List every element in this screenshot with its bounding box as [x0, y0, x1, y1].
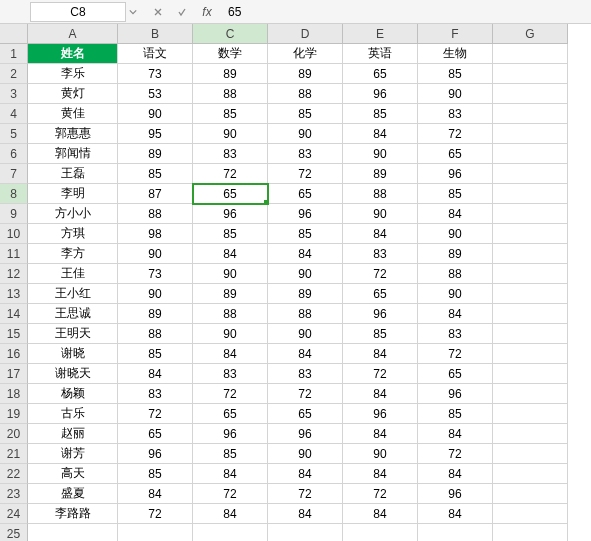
cell-C24[interactable]: 84 [193, 504, 268, 524]
cell-B17[interactable]: 84 [118, 364, 193, 384]
cell-E17[interactable]: 72 [343, 364, 418, 384]
cell-D20[interactable]: 96 [268, 424, 343, 444]
cell-E7[interactable]: 89 [343, 164, 418, 184]
cell-A10[interactable]: 方琪 [28, 224, 118, 244]
row-header-15[interactable]: 15 [0, 324, 28, 344]
cell-F23[interactable]: 96 [418, 484, 493, 504]
cell-B9[interactable]: 88 [118, 204, 193, 224]
cell-E2[interactable]: 65 [343, 64, 418, 84]
cell-E18[interactable]: 84 [343, 384, 418, 404]
cell-G8[interactable] [493, 184, 568, 204]
cell-F21[interactable]: 72 [418, 444, 493, 464]
cell-D6[interactable]: 83 [268, 144, 343, 164]
confirm-icon[interactable] [174, 7, 190, 17]
cell-B7[interactable]: 85 [118, 164, 193, 184]
cell-E20[interactable]: 84 [343, 424, 418, 444]
cell-G1[interactable] [493, 44, 568, 64]
cell-B22[interactable]: 85 [118, 464, 193, 484]
cell-C9[interactable]: 96 [193, 204, 268, 224]
cell-E6[interactable]: 90 [343, 144, 418, 164]
cell-B12[interactable]: 73 [118, 264, 193, 284]
column-header-D[interactable]: D [268, 24, 343, 44]
cell-A9[interactable]: 方小小 [28, 204, 118, 224]
cell-C7[interactable]: 72 [193, 164, 268, 184]
cell-B21[interactable]: 96 [118, 444, 193, 464]
cancel-icon[interactable] [150, 7, 166, 17]
cell-F19[interactable]: 85 [418, 404, 493, 424]
cell-C16[interactable]: 84 [193, 344, 268, 364]
row-header-20[interactable]: 20 [0, 424, 28, 444]
cell-A22[interactable]: 高天 [28, 464, 118, 484]
cell-F10[interactable]: 90 [418, 224, 493, 244]
cell-F3[interactable]: 90 [418, 84, 493, 104]
cell-F8[interactable]: 85 [418, 184, 493, 204]
row-header-25[interactable]: 25 [0, 524, 28, 541]
cell-A23[interactable]: 盛夏 [28, 484, 118, 504]
row-header-18[interactable]: 18 [0, 384, 28, 404]
cell-F16[interactable]: 72 [418, 344, 493, 364]
cell-G17[interactable] [493, 364, 568, 384]
row-header-7[interactable]: 7 [0, 164, 28, 184]
cell-G2[interactable] [493, 64, 568, 84]
spreadsheet-grid[interactable]: ABCDEFG1姓名语文数学化学英语生物2李乐73898965853黄灯5388… [0, 24, 591, 541]
cell-D1[interactable]: 化学 [268, 44, 343, 64]
cell-F20[interactable]: 84 [418, 424, 493, 444]
cell-B18[interactable]: 83 [118, 384, 193, 404]
cell-A3[interactable]: 黄灯 [28, 84, 118, 104]
column-header-G[interactable]: G [493, 24, 568, 44]
cell-G23[interactable] [493, 484, 568, 504]
row-header-19[interactable]: 19 [0, 404, 28, 424]
cell-G3[interactable] [493, 84, 568, 104]
cell-A13[interactable]: 王小红 [28, 284, 118, 304]
cell-E25[interactable] [343, 524, 418, 541]
row-header-5[interactable]: 5 [0, 124, 28, 144]
cell-E15[interactable]: 85 [343, 324, 418, 344]
cell-C12[interactable]: 90 [193, 264, 268, 284]
cell-B19[interactable]: 72 [118, 404, 193, 424]
cell-E16[interactable]: 84 [343, 344, 418, 364]
row-header-6[interactable]: 6 [0, 144, 28, 164]
cell-A17[interactable]: 谢晓天 [28, 364, 118, 384]
cell-A1[interactable]: 姓名 [28, 44, 118, 64]
cell-D12[interactable]: 90 [268, 264, 343, 284]
cell-F25[interactable] [418, 524, 493, 541]
cell-E5[interactable]: 84 [343, 124, 418, 144]
cell-C14[interactable]: 88 [193, 304, 268, 324]
column-header-F[interactable]: F [418, 24, 493, 44]
fx-label[interactable]: fx [198, 5, 216, 19]
cell-A11[interactable]: 李方 [28, 244, 118, 264]
cell-B6[interactable]: 89 [118, 144, 193, 164]
row-header-14[interactable]: 14 [0, 304, 28, 324]
cell-D25[interactable] [268, 524, 343, 541]
cell-D15[interactable]: 90 [268, 324, 343, 344]
cell-B25[interactable] [118, 524, 193, 541]
cell-F1[interactable]: 生物 [418, 44, 493, 64]
cell-G21[interactable] [493, 444, 568, 464]
formula-input[interactable] [224, 2, 424, 22]
cell-D22[interactable]: 84 [268, 464, 343, 484]
cell-G4[interactable] [493, 104, 568, 124]
cell-G20[interactable] [493, 424, 568, 444]
row-header-24[interactable]: 24 [0, 504, 28, 524]
cell-D24[interactable]: 84 [268, 504, 343, 524]
cell-C11[interactable]: 84 [193, 244, 268, 264]
cell-F2[interactable]: 85 [418, 64, 493, 84]
cell-B5[interactable]: 95 [118, 124, 193, 144]
cell-D2[interactable]: 89 [268, 64, 343, 84]
row-header-12[interactable]: 12 [0, 264, 28, 284]
cell-A2[interactable]: 李乐 [28, 64, 118, 84]
cell-F9[interactable]: 84 [418, 204, 493, 224]
cell-B10[interactable]: 98 [118, 224, 193, 244]
cell-E11[interactable]: 83 [343, 244, 418, 264]
row-header-23[interactable]: 23 [0, 484, 28, 504]
row-header-8[interactable]: 8 [0, 184, 28, 204]
cell-C20[interactable]: 96 [193, 424, 268, 444]
row-header-2[interactable]: 2 [0, 64, 28, 84]
name-box-dropdown[interactable] [126, 2, 140, 22]
cell-B20[interactable]: 65 [118, 424, 193, 444]
cell-C22[interactable]: 84 [193, 464, 268, 484]
cell-F22[interactable]: 84 [418, 464, 493, 484]
cell-A18[interactable]: 杨颖 [28, 384, 118, 404]
cell-C21[interactable]: 85 [193, 444, 268, 464]
row-header-13[interactable]: 13 [0, 284, 28, 304]
